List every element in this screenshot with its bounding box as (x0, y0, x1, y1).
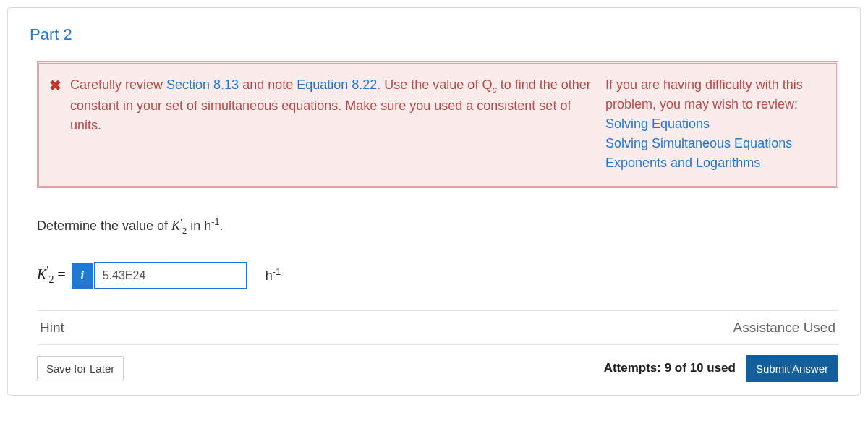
prompt-mid: in h (187, 218, 211, 233)
section-link[interactable]: Section 8.13 (166, 77, 239, 92)
help-link-equations[interactable]: Solving Equations (605, 114, 822, 134)
feedback-box: ✖ Carefully review Section 8.13 and note… (37, 61, 838, 188)
feedback-help: If you are having difficulty with this p… (605, 75, 822, 173)
lhs-var: K (37, 266, 46, 282)
help-link-logs[interactable]: Exponents and Logarithms (605, 153, 822, 173)
answer-input[interactable] (95, 263, 247, 289)
assistance-used-button[interactable]: Assistance Used (733, 320, 835, 336)
unit-base: h (265, 268, 273, 283)
fb-text: Carefully review (70, 77, 166, 92)
fb-text: . Use the value of Q (377, 77, 492, 92)
answer-row: K′2 = i h-1 (37, 263, 838, 289)
help-intro: If you are having difficulty with this p… (605, 75, 822, 114)
equation-link[interactable]: Equation 8.22 (297, 77, 377, 92)
question-prompt: Determine the value of K′2 in h-1. (37, 217, 838, 237)
info-icon[interactable]: i (72, 263, 93, 289)
feedback-message: Carefully review Section 8.13 and note E… (70, 75, 591, 173)
answer-lhs: K′2 = (37, 265, 66, 286)
answer-unit: h-1 (265, 267, 281, 284)
help-link-simultaneous[interactable]: Solving Simultaneous Equations (605, 134, 822, 153)
unit-exp: -1 (273, 267, 281, 277)
attempts-counter: Attempts: 9 of 10 used (604, 361, 736, 375)
prompt-end: . (219, 218, 223, 233)
question-body: ✖ Carefully review Section 8.13 and note… (8, 61, 860, 395)
save-for-later-button[interactable]: Save for Later (37, 356, 124, 381)
prompt-exp: -1 (211, 217, 219, 227)
footer-row: Save for Later Attempts: 9 of 10 used Su… (37, 355, 838, 382)
prompt-var: K (171, 218, 180, 233)
question-card: Part 2 ✖ Carefully review Section 8.13 a… (7, 7, 861, 396)
prompt-lead: Determine the value of (37, 218, 171, 233)
lhs-eq: = (54, 266, 65, 282)
fb-text: and note (239, 77, 297, 92)
hint-button[interactable]: Hint (40, 320, 64, 336)
submit-answer-button[interactable]: Submit Answer (746, 355, 838, 382)
incorrect-icon: ✖ (49, 77, 61, 94)
part-title: Part 2 (30, 25, 838, 44)
hint-row: Hint Assistance Used (37, 310, 838, 345)
feedback-content: Carefully review Section 8.13 and note E… (70, 75, 823, 173)
footer-right: Attempts: 9 of 10 used Submit Answer (604, 355, 838, 382)
part-header: Part 2 (8, 8, 860, 57)
